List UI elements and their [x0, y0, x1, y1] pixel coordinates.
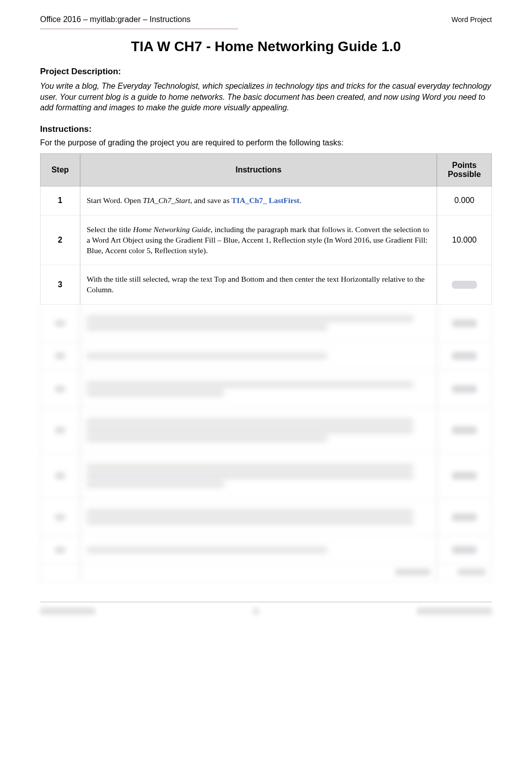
step-number: 3	[40, 265, 80, 305]
step-number-blurred	[40, 499, 80, 536]
footer-left-blurred	[40, 608, 95, 615]
total-label-cell	[80, 564, 437, 581]
points-blurred	[437, 453, 492, 499]
header-underline	[40, 28, 238, 30]
instruction-cell: With the title still selected, wrap the …	[80, 265, 437, 305]
instruction-blurred	[80, 370, 437, 408]
table-row-blurred	[40, 499, 492, 536]
table-row-blurred	[40, 370, 492, 408]
instruction-blurred	[80, 499, 437, 536]
table-total-row	[40, 564, 492, 581]
footer-row	[40, 608, 492, 615]
table-row-blurred	[40, 305, 492, 342]
points-value: 0.000	[437, 186, 492, 216]
step-number: 2	[40, 216, 80, 266]
points-blurred	[437, 370, 492, 408]
points-blurred	[437, 499, 492, 536]
instr-text: Start Word. Open	[87, 196, 143, 205]
points-value	[437, 265, 492, 305]
instruction-cell: Start Word. Open TIA_Ch7_Start, and save…	[80, 186, 437, 216]
points-blurred	[437, 305, 492, 342]
table-row: 1 Start Word. Open TIA_Ch7_Start, and sa…	[40, 186, 492, 216]
footer-right-blurred	[417, 608, 492, 615]
points-value: 10.000	[437, 216, 492, 266]
table-row-blurred	[40, 536, 492, 564]
instruction-blurred	[80, 305, 437, 342]
table-header-row: Step Instructions Points Possible	[40, 153, 492, 186]
table-row-blurred	[40, 342, 492, 370]
header-left: Office 2016 – myitlab:grader – Instructi…	[40, 15, 190, 24]
instruction-blurred	[80, 342, 437, 370]
step-number-blurred	[40, 342, 80, 370]
page-title: TIA W CH7 - Home Networking Guide 1.0	[40, 39, 492, 55]
points-blurred	[437, 536, 492, 564]
page-header: Office 2016 – myitlab:grader – Instructi…	[40, 15, 492, 24]
instr-link: TIA_Ch7_ LastFirst	[231, 196, 300, 205]
table-row: 3 With the title still selected, wrap th…	[40, 265, 492, 305]
instruction-blurred	[80, 536, 437, 564]
instr-text: Select the title	[87, 225, 133, 234]
instr-filename: TIA_Ch7_Start	[143, 196, 190, 205]
table-row-blurred	[40, 453, 492, 499]
total-value-cell	[437, 564, 492, 581]
step-number-blurred	[40, 453, 80, 499]
table-row: 2 Select the title Home Networking Guide…	[40, 216, 492, 266]
description-text: You write a blog, The Everyday Technolog…	[40, 81, 492, 113]
step-number: 1	[40, 186, 80, 216]
step-number-blurred	[40, 536, 80, 564]
instructions-heading: Instructions:	[40, 124, 492, 134]
instruction-cell: Select the title Home Networking Guide, …	[80, 216, 437, 266]
instructions-table: Step Instructions Points Possible 1 Star…	[40, 153, 492, 582]
points-blurred	[437, 408, 492, 453]
header-right: Word Project	[451, 16, 492, 24]
total-empty	[40, 564, 80, 581]
col-points: Points Possible	[437, 153, 492, 186]
instr-text: .	[300, 196, 302, 205]
instruction-blurred	[80, 453, 437, 499]
table-row-blurred	[40, 408, 492, 453]
instructions-intro: For the purpose of grading the project y…	[40, 138, 492, 147]
step-number-blurred	[40, 408, 80, 453]
col-instructions: Instructions	[80, 153, 437, 186]
description-heading: Project Description:	[40, 67, 492, 77]
points-blurred	[437, 342, 492, 370]
step-number-blurred	[40, 370, 80, 408]
step-number-blurred	[40, 305, 80, 342]
footer-underline	[40, 602, 492, 603]
col-step: Step	[40, 153, 80, 186]
instr-text: , and save as	[190, 196, 231, 205]
footer-center-blurred	[253, 608, 258, 615]
instr-em: Home Networking Guide	[133, 225, 211, 234]
instruction-blurred	[80, 408, 437, 453]
